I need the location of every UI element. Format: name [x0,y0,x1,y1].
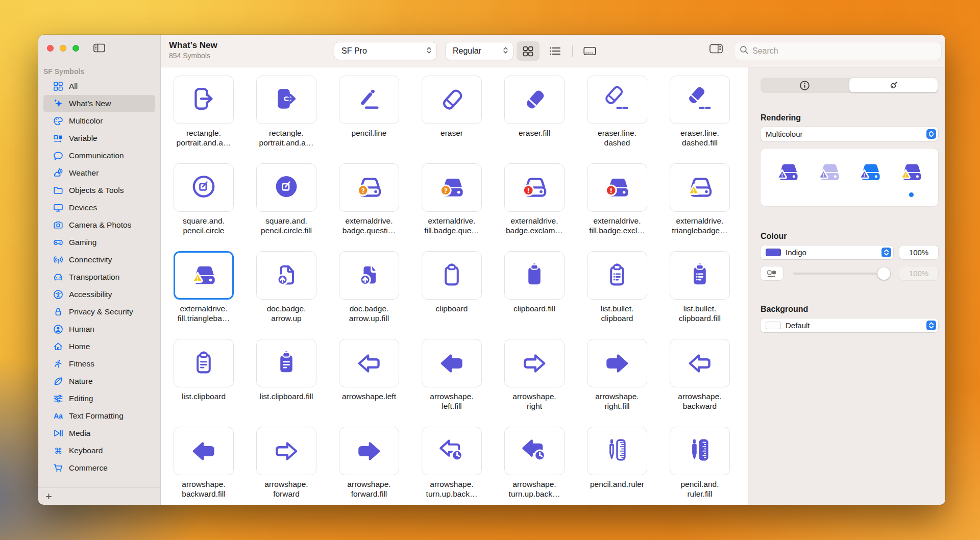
sidebar-item-gaming[interactable]: Gaming [43,234,155,251]
minimize-button[interactable] [60,45,66,52]
symbol-cell[interactable] [339,339,399,387]
colour-swatch [766,249,781,256]
symbol-cell[interactable] [670,339,730,387]
symbol-cell[interactable] [422,339,482,387]
opacity-slider[interactable] [793,273,889,275]
add-collection-button[interactable]: + [45,492,52,502]
list-view-button[interactable] [544,41,567,61]
background-label: Background [761,305,938,314]
symbol-cell[interactable]: ! [587,163,647,212]
sidebar-item-label: Weather [69,168,99,178]
sidebar-item-keyboard[interactable]: ⌘Keyboard [43,442,155,459]
sidebar-item-transportation[interactable]: Transportation [43,268,155,286]
sidebar-item-what-s-new[interactable]: What’s New [43,95,155,112]
variable-colour-button[interactable] [761,266,783,280]
symbol-cell[interactable] [256,339,316,387]
whats-new-icon [53,98,64,109]
close-button[interactable] [47,45,54,52]
sidebar-item-multicolor[interactable]: Multicolor [43,112,155,130]
symbol-cell[interactable] [339,427,399,475]
sidebar-item-devices[interactable]: Devices [43,199,155,216]
symbol-cell[interactable]: ? [339,163,399,212]
symbol-count: 854 Symbols [169,52,217,60]
symbol-cell[interactable] [339,76,399,124]
weight-select[interactable]: Regular [446,42,513,60]
svg-text:!: ! [905,173,907,178]
symbol-cell[interactable] [174,163,234,212]
symbol-cell[interactable] [504,76,565,124]
sidebar-item-variable[interactable]: Variable [43,130,155,147]
symbol-cell[interactable] [670,251,730,300]
symbol-cell[interactable] [504,339,565,387]
symbol-item: ?externaldrive.fill.badge.que… [422,163,482,251]
sidebar-item-label: Human [69,325,94,334]
sidebar-item-weather[interactable]: Weather [43,164,155,182]
sidebar-item-accessibility[interactable]: Accessibility [43,286,155,303]
slider-thumb[interactable] [877,267,890,280]
sidebar-item-label: Devices [69,203,97,212]
rendering-variant-hierarchical[interactable]: ! [815,149,843,206]
symbol-cell[interactable] [422,76,482,124]
symbol-cell-selected[interactable]: ! [174,251,234,300]
symbol-cell[interactable] [174,76,234,124]
svg-text:!: ! [609,186,612,194]
gallery-view-button[interactable] [578,41,601,61]
zoom-button[interactable] [72,45,79,52]
symbol-name: eraser [411,128,493,138]
symbol-name: rectangle.portrait.and.a… [163,128,244,148]
symbol-cell[interactable] [670,427,730,475]
colour-label: Colour [761,232,938,241]
colour-select[interactable]: Indigo [761,246,893,259]
rendering-variant-monochrome[interactable]: ! [773,149,802,206]
sidebar-item-all[interactable]: All [43,78,155,95]
symbol-cell[interactable] [256,427,316,475]
sidebar-item-media[interactable]: Media [43,425,155,442]
colour-percent-field[interactable]: 100% [899,246,938,259]
symbol-cell[interactable] [670,76,730,124]
inspector-toggle-icon[interactable] [709,43,723,54]
sidebar-item-home[interactable]: Home [43,338,155,355]
search-input[interactable] [752,46,936,56]
symbol-cell[interactable] [256,76,316,124]
inspector-tab-info[interactable] [761,78,849,93]
background-select[interactable]: Default [761,318,938,332]
symbol-cell[interactable] [174,339,234,387]
symbol-cell[interactable] [339,251,399,300]
search-field[interactable] [734,42,942,60]
sidebar-item-camera-photos[interactable]: Camera & Photos [43,216,155,234]
rendering-select[interactable]: Multicolour [761,127,938,141]
symbol-cell[interactable] [174,427,234,475]
font-select[interactable]: SF Pro [334,42,436,60]
grid-view-button[interactable] [517,41,540,61]
sidebar-item-label: Gaming [69,238,96,247]
symbol-cell[interactable] [587,427,647,475]
sidebar-item-commerce[interactable]: Commerce [43,459,155,477]
symbol-name: eraser.line.dashed.fill [659,128,741,148]
sidebar-item-privacy-security[interactable]: Privacy & Security [43,303,155,321]
sidebar-item-communication[interactable]: Communication [43,147,155,164]
sidebar-item-nature[interactable]: Nature [43,373,155,390]
symbol-cell[interactable]: ! [504,163,565,212]
symbol-cell[interactable] [587,339,647,387]
externaldrive-trianglebadge-icon: ! [897,158,925,189]
symbol-cell[interactable] [422,427,482,475]
symbol-cell[interactable]: ! [670,163,730,212]
symbol-cell[interactable] [256,251,316,300]
sidebar-item-text-formatting[interactable]: AaText Formatting [43,407,155,425]
symbol-cell[interactable] [504,251,565,300]
sidebar-item-human[interactable]: Human [43,321,155,338]
symbol-cell[interactable] [587,76,647,124]
sidebar-item-objects-tools[interactable]: Objects & Tools [43,182,155,199]
symbol-cell[interactable] [422,251,482,300]
rendering-variant-multicolour[interactable]: ! [897,149,925,206]
inspector-tab-paintbrush[interactable] [849,78,938,92]
symbol-cell[interactable] [504,427,565,475]
symbol-cell[interactable] [256,163,316,212]
sidebar-toggle-icon[interactable] [93,43,105,53]
sidebar-item-connectivity[interactable]: Connectivity [43,251,155,268]
rendering-variant-palette[interactable]: ! [855,149,884,206]
sidebar-item-editing[interactable]: Editing [43,390,155,407]
symbol-cell[interactable] [587,251,647,300]
sidebar-item-fitness[interactable]: Fitness [43,355,155,373]
symbol-cell[interactable]: ? [422,163,482,212]
